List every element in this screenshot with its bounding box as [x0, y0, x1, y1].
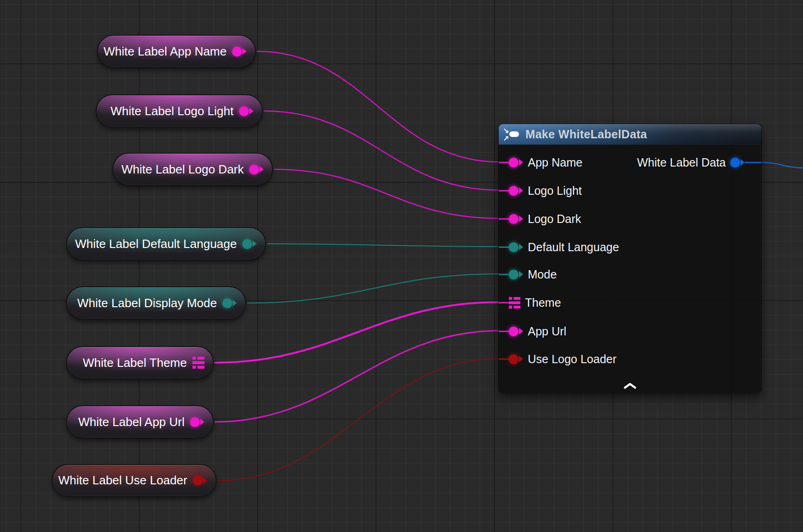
pin-circle[interactable]	[509, 214, 519, 224]
input-pin-app-url[interactable]	[509, 327, 523, 336]
input-row-app-url: App Url	[499, 323, 761, 339]
pin-arrow	[741, 159, 745, 166]
input-pin-label: Logo Light	[528, 184, 582, 198]
input-pin-logo-dark[interactable]	[509, 214, 523, 224]
wire-use-logo-loader[interactable]	[218, 359, 499, 481]
getter-label: White Label Use Loader	[58, 473, 187, 488]
output-pin[interactable]	[232, 47, 247, 56]
input-pin-label: Default Language	[528, 241, 619, 254]
pin-circle[interactable]	[730, 158, 740, 167]
pin-arrow	[519, 216, 523, 222]
wire-stub	[499, 359, 510, 360]
wire-stub	[499, 247, 510, 248]
output-pin-label: White Label Data	[637, 156, 726, 169]
input-pin-label: Use Logo Loader	[528, 353, 617, 366]
chevron-up-icon	[623, 382, 637, 390]
wire-stub	[499, 331, 510, 332]
getter-node-white-label-app-name[interactable]: White Label App Name	[97, 35, 256, 68]
wire-stub	[745, 162, 761, 163]
output-pin[interactable]	[242, 239, 257, 249]
input-pin-logo-light[interactable]	[509, 186, 523, 196]
getter-node-white-label-default-language[interactable]: White Label Default Language	[66, 227, 266, 260]
input-row-mode: Mode	[499, 266, 761, 282]
getter-node-white-label-logo-dark[interactable]: White Label Logo Dark	[112, 153, 273, 186]
wire-stub	[499, 218, 510, 220]
pin-arrow	[519, 356, 523, 362]
wire-app-url[interactable]	[215, 331, 499, 422]
getter-label: White Label Default Language	[75, 237, 237, 251]
pin-circle[interactable]	[232, 47, 242, 56]
pin-arrow	[519, 244, 523, 250]
input-pin-mode[interactable]	[509, 270, 523, 279]
pin-arrow	[519, 271, 523, 278]
getter-node-white-label-theme[interactable]: White Label Theme	[66, 346, 214, 379]
wire-stub	[499, 302, 510, 303]
input-pin-default-language[interactable]	[509, 242, 523, 252]
pin-arrow	[259, 166, 264, 173]
getter-label: White Label Logo Dark	[122, 162, 244, 177]
make-whitelabeldata-node[interactable]: ↘ ↗ Make WhiteLabelData App NameLogo Lig…	[498, 124, 762, 393]
input-pin-label: Mode	[528, 268, 557, 281]
getter-label: White Label Display Mode	[77, 296, 217, 310]
make-node-title: Make WhiteLabelData	[525, 128, 647, 141]
make-node-header[interactable]: ↘ ↗ Make WhiteLabelData	[499, 124, 761, 145]
pin-circle[interactable]	[190, 417, 200, 427]
wire-mode[interactable]	[247, 274, 499, 303]
pin-circle[interactable]	[509, 186, 519, 196]
pin-arrow	[200, 419, 204, 425]
pin-circle[interactable]	[222, 298, 232, 308]
blueprint-canvas[interactable]: ↘ ↗ Make WhiteLabelData App NameLogo Lig…	[0, 0, 803, 532]
getter-node-white-label-logo-light[interactable]: White Label Logo Light	[96, 94, 263, 128]
wire-logo-dark[interactable]	[274, 169, 499, 218]
wire-logo-light[interactable]	[264, 111, 499, 190]
output-pin[interactable]	[190, 417, 204, 427]
wire-theme[interactable]	[215, 302, 499, 363]
input-row-logo-dark: Logo Dark	[499, 211, 761, 227]
pin-circle[interactable]	[509, 354, 519, 364]
getter-label: White Label App Url	[78, 415, 185, 429]
wire-white-label-data-out[interactable]	[761, 162, 803, 168]
input-pin-label: App Url	[528, 325, 566, 338]
getter-node-white-label-display-mode[interactable]: White Label Display Mode	[66, 286, 246, 320]
input-row-logo-light: Logo Light	[499, 183, 761, 198]
getter-node-white-label-app-url[interactable]: White Label App Url	[66, 405, 214, 439]
pin-arrow	[233, 300, 237, 306]
pin-arrow	[519, 328, 523, 334]
struct-pin-icon[interactable]	[192, 357, 204, 369]
output-pin[interactable]	[249, 165, 264, 174]
struct-pin-icon[interactable]	[509, 297, 520, 309]
input-pin-label: Logo Dark	[528, 212, 581, 226]
pin-circle[interactable]	[242, 239, 252, 249]
input-row-theme: Theme	[499, 295, 761, 310]
pin-arrow	[242, 48, 247, 55]
output-pin-white-label-data[interactable]	[730, 158, 745, 167]
pin-arrow	[519, 187, 523, 194]
wire-stub	[499, 274, 510, 275]
getter-label: White Label App Name	[104, 44, 227, 59]
make-struct-icon: ↘ ↗	[503, 127, 521, 142]
pin-circle[interactable]	[509, 327, 519, 336]
wire-stub	[499, 190, 510, 192]
input-row-use-logo-loader: Use Logo Loader	[499, 351, 761, 367]
output-pin[interactable]	[222, 298, 237, 308]
pin-circle[interactable]	[509, 270, 519, 279]
pin-circle[interactable]	[249, 165, 259, 174]
pin-arrow	[249, 108, 253, 114]
output-row-white-label-data: White Label Data	[499, 155, 761, 170]
pin-circle[interactable]	[239, 106, 249, 116]
getter-label: White Label Logo Light	[111, 104, 234, 118]
getter-label: White Label Theme	[83, 356, 187, 370]
input-pin-label: Theme	[525, 296, 561, 309]
pin-circle[interactable]	[193, 476, 203, 485]
input-row-default-language: Default Language	[499, 239, 761, 255]
wire-app-name[interactable]	[257, 51, 499, 162]
output-pin[interactable]	[239, 106, 253, 116]
pin-arrow	[253, 241, 257, 247]
pin-arrow	[203, 477, 207, 484]
input-pin-use-logo-loader[interactable]	[509, 354, 523, 364]
pin-circle[interactable]	[509, 242, 519, 252]
wire-default-language[interactable]	[267, 244, 499, 247]
getter-node-white-label-use-loader[interactable]: White Label Use Loader	[52, 464, 216, 497]
collapse-chevron-button[interactable]	[622, 382, 638, 390]
output-pin[interactable]	[193, 476, 207, 485]
